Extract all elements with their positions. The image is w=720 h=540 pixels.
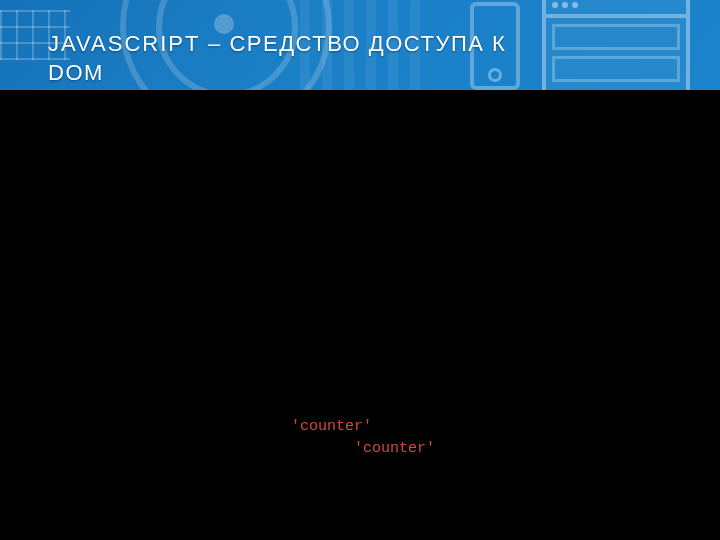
code-string-2: 'counter' — [354, 440, 435, 457]
title-js: JAVASCRIPT — [48, 31, 200, 56]
decor-dot-icon — [552, 2, 558, 8]
title-banner: JAVASCRIPT – СРЕДСТВО ДОСТУПА К DOM — [0, 0, 720, 90]
slide-title: JAVASCRIPT – СРЕДСТВО ДОСТУПА К DOM — [48, 30, 680, 87]
decor-dot-icon — [572, 2, 578, 8]
title-part3: DOM — [48, 60, 104, 85]
code-string-1: 'counter' — [291, 418, 372, 435]
decor-dot-icon — [562, 2, 568, 8]
slide: JAVASCRIPT – СРЕДСТВО ДОСТУПА К DOM 'cou… — [0, 0, 720, 540]
title-part2: СРЕДСТВО ДОСТУПА К — [229, 31, 506, 56]
title-dash: – — [208, 31, 222, 56]
decor-browser-header-icon — [546, 0, 686, 18]
code-lower: 'counter' 'counter' — [48, 416, 435, 460]
